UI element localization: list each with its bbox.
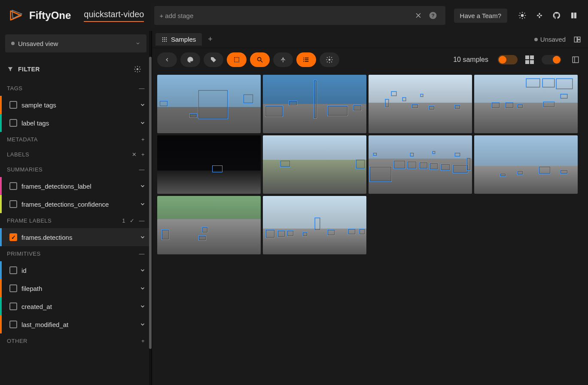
chevron-down-icon[interactable] xyxy=(140,102,146,108)
filter-row-label-tags[interactable]: label tags xyxy=(0,114,152,132)
section-summaries[interactable]: SUMMARIES — xyxy=(0,162,152,177)
docs-icon[interactable] xyxy=(567,8,581,23)
dataset-selector[interactable]: quickstart-video xyxy=(84,9,144,22)
theme-toggle-icon[interactable] xyxy=(515,8,530,23)
clear-view-icon[interactable] xyxy=(411,8,426,23)
chevron-down-icon[interactable] xyxy=(140,303,146,309)
collapse-icon[interactable]: — xyxy=(139,166,145,173)
collapse-icon[interactable]: — xyxy=(139,85,145,92)
expand-icon[interactable] xyxy=(568,52,583,67)
sample-thumbnail[interactable] xyxy=(369,75,472,133)
view-stage-bar[interactable]: + add stage ? xyxy=(154,6,445,25)
detection-bbox xyxy=(277,230,285,237)
toggle-labels[interactable] xyxy=(498,55,518,64)
section-title: FRAME LABELS xyxy=(7,217,52,224)
have-a-team-button[interactable]: Have a Team? xyxy=(454,9,507,23)
sample-thumbnail[interactable] xyxy=(263,75,366,133)
sample-thumbnail[interactable] xyxy=(263,196,366,254)
grid-view-icon[interactable] xyxy=(525,55,534,64)
select-button[interactable] xyxy=(227,52,247,67)
svg-line-10 xyxy=(524,18,525,18)
chevron-down-icon[interactable] xyxy=(140,201,146,207)
chevron-down-icon[interactable] xyxy=(140,183,146,189)
checkbox[interactable] xyxy=(9,200,17,208)
detection-bbox xyxy=(560,94,568,99)
svg-rect-15 xyxy=(539,13,540,15)
filter-row-sample-tags[interactable]: sample tags xyxy=(0,96,152,114)
tab-label: Samples xyxy=(171,36,196,43)
chevron-down-icon[interactable] xyxy=(140,234,146,240)
color-indicator xyxy=(0,297,2,315)
svg-point-38 xyxy=(303,58,304,58)
checkbox-checked[interactable] xyxy=(9,233,17,241)
color-indicator xyxy=(0,279,2,297)
filter-row-frames-detections[interactable]: frames.detections xyxy=(0,228,152,246)
color-palette-button[interactable] xyxy=(180,52,200,67)
detection-bbox xyxy=(280,160,290,167)
filter-count: 1 xyxy=(122,217,125,224)
filter-row-last-modified-at[interactable]: last_modified_at xyxy=(0,315,152,333)
sample-thumbnail[interactable] xyxy=(157,135,261,194)
chevron-down-icon[interactable] xyxy=(140,120,146,126)
logo[interactable]: FiftyOne xyxy=(7,6,71,24)
checkbox[interactable] xyxy=(9,101,17,109)
list-button[interactable] xyxy=(296,52,316,67)
checkbox[interactable] xyxy=(9,266,17,274)
checkbox[interactable] xyxy=(9,182,17,190)
section-labels[interactable]: LABELS ✕ + xyxy=(0,147,152,162)
filter-row-frames-detections-label[interactable]: frames_detections_label xyxy=(0,177,152,195)
add-tab-button[interactable]: + xyxy=(208,35,213,44)
checkbox[interactable] xyxy=(9,119,17,127)
sample-thumbnail[interactable] xyxy=(474,135,578,194)
samples-grid[interactable] xyxy=(152,71,588,385)
sidebar-settings-icon[interactable] xyxy=(130,62,145,76)
filter-row-frames-detections-confidence[interactable]: frames_detections_confidence xyxy=(0,195,152,213)
unsaved-indicator[interactable]: Unsaved xyxy=(534,36,566,43)
collapse-icon[interactable]: — xyxy=(139,251,145,257)
settings-button[interactable] xyxy=(320,52,339,67)
tag-button[interactable] xyxy=(204,52,223,67)
help-icon[interactable]: ? xyxy=(426,8,440,23)
checkbox[interactable] xyxy=(9,321,17,328)
slack-icon[interactable] xyxy=(532,8,547,23)
row-label: created_at xyxy=(21,303,135,310)
detection-bbox xyxy=(556,78,573,89)
clear-icon[interactable]: ✕ xyxy=(132,151,137,158)
detection-bbox xyxy=(429,106,435,110)
search-button[interactable] xyxy=(250,52,270,67)
section-metadata[interactable]: METADATA + xyxy=(0,132,152,147)
expand-icon[interactable]: + xyxy=(141,338,145,344)
chevron-down-icon[interactable] xyxy=(140,285,146,291)
github-icon[interactable] xyxy=(549,8,564,23)
section-frame-labels[interactable]: FRAME LABELS 1 ✓ — xyxy=(0,213,152,228)
scrollbar-track[interactable] xyxy=(149,31,152,385)
expand-icon[interactable]: + xyxy=(141,136,145,143)
svg-point-19 xyxy=(137,68,139,70)
expand-icon[interactable]: + xyxy=(141,151,145,158)
chevron-down-icon[interactable] xyxy=(140,321,146,327)
section-tags[interactable]: TAGS — xyxy=(0,81,152,96)
checkbox[interactable] xyxy=(9,302,17,310)
toggle-grid[interactable] xyxy=(542,55,561,64)
sample-thumbnail[interactable] xyxy=(474,75,578,133)
checkbox[interactable] xyxy=(9,284,17,292)
filter-row-created-at[interactable]: created_at xyxy=(0,297,152,315)
caret-down-icon xyxy=(135,41,140,46)
patches-button[interactable] xyxy=(273,52,293,67)
back-button[interactable] xyxy=(157,52,177,67)
layout-icon[interactable] xyxy=(570,32,585,47)
section-primitives[interactable]: PRIMITIVES — xyxy=(0,246,152,261)
tab-samples[interactable]: Samples xyxy=(155,33,202,46)
filter-row-filepath[interactable]: filepath xyxy=(0,279,152,297)
sample-thumbnail[interactable] xyxy=(369,135,472,194)
sample-thumbnail[interactable] xyxy=(263,135,366,194)
chevron-down-icon[interactable] xyxy=(140,267,146,273)
add-stage-button[interactable]: + add stage xyxy=(159,12,193,19)
filter-row-id[interactable]: id xyxy=(0,261,152,279)
view-selector[interactable]: Unsaved view xyxy=(5,34,146,52)
sample-thumbnail[interactable] xyxy=(157,196,261,254)
section-other[interactable]: OTHER + xyxy=(0,333,152,348)
scrollbar-thumb[interactable] xyxy=(149,57,152,349)
sample-thumbnail[interactable] xyxy=(157,75,261,133)
collapse-icon[interactable]: — xyxy=(139,217,145,224)
